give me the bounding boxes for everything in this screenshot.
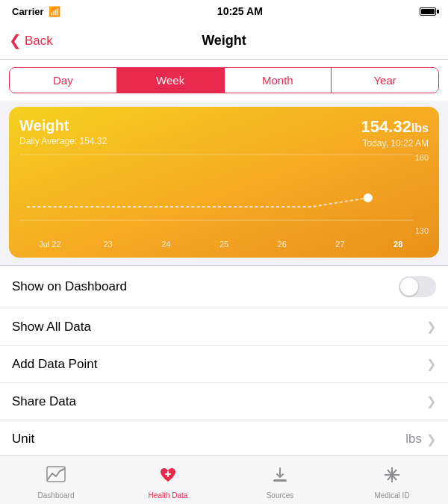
chevron-right-icon-3: ❯ <box>426 394 436 408</box>
chart-x-labels: Jul 22 23 24 25 26 27 28 <box>19 240 429 249</box>
chevron-right-icon-4: ❯ <box>426 432 436 447</box>
tab-year[interactable]: Year <box>332 68 438 93</box>
tab-month[interactable]: Month <box>225 68 332 93</box>
show-all-data-item[interactable]: Show All Data ❯ <box>0 308 448 346</box>
list-section: Show on Dashboard Show All Data ❯ Add Da… <box>0 265 448 458</box>
x-label-3: 25 <box>195 240 253 249</box>
health-data-icon <box>158 466 178 488</box>
back-label: Back <box>25 34 53 49</box>
carrier-label: Carrier <box>12 6 44 17</box>
segment-container: Day Week Month Year <box>0 60 448 101</box>
unit-right: lbs ❯ <box>405 432 436 447</box>
chart-value: 154.32lbs <box>361 117 429 137</box>
tab-medical-id-label: Medical ID <box>374 491 409 500</box>
x-label-6: 28 <box>369 240 427 249</box>
chart-title: Weight <box>19 117 107 134</box>
battery-icon <box>420 7 436 16</box>
unit-label: Unit <box>12 432 34 447</box>
add-data-point-item[interactable]: Add Data Point ❯ <box>0 346 448 383</box>
wifi-icon: 📶 <box>49 6 60 17</box>
tab-sources[interactable]: Sources <box>224 461 336 500</box>
chart-time: Today, 10:22 AM <box>361 138 429 149</box>
chevron-right-icon: ❯ <box>426 320 436 334</box>
tab-bar: Dashboard Health Data Sources <box>0 455 448 504</box>
show-all-data-label: Show All Data <box>12 320 91 335</box>
tab-dashboard[interactable]: Dashboard <box>0 461 112 500</box>
chevron-right-icon-2: ❯ <box>426 357 436 371</box>
unit-value: lbs <box>405 432 422 447</box>
dashboard-icon <box>46 466 66 488</box>
medical-id-icon <box>382 466 402 488</box>
show-dashboard-item: Show on Dashboard <box>0 266 448 308</box>
chart-y-label-130: 130 <box>415 226 429 235</box>
tab-sources-label: Sources <box>267 491 294 500</box>
tab-health-data[interactable]: Health Data <box>112 461 224 500</box>
svg-rect-3 <box>47 467 65 482</box>
svg-rect-5 <box>167 471 169 477</box>
chart-header-left: Weight Daily Average: 154.32 <box>19 117 107 146</box>
share-data-right: ❯ <box>426 394 436 408</box>
sources-icon <box>270 466 290 488</box>
show-dashboard-toggle[interactable] <box>399 276 436 297</box>
x-label-4: 26 <box>253 240 311 249</box>
x-label-5: 27 <box>311 240 370 249</box>
chart-daily-avg: Daily Average: 154.32 <box>19 136 107 146</box>
back-button[interactable]: ❮ Back <box>9 34 53 49</box>
add-data-point-right: ❯ <box>426 357 436 371</box>
chart-header: Weight Daily Average: 154.32 154.32lbs T… <box>19 117 429 149</box>
chart-svg <box>19 153 429 235</box>
tab-medical-id[interactable]: Medical ID <box>336 461 448 500</box>
chart-card: Weight Daily Average: 154.32 154.32lbs T… <box>9 107 439 258</box>
tab-health-data-label: Health Data <box>149 491 188 500</box>
unit-item[interactable]: Unit lbs ❯ <box>0 420 448 458</box>
share-data-item[interactable]: Share Data ❯ <box>0 383 448 420</box>
page-title: Weight <box>202 33 246 49</box>
add-data-point-label: Add Data Point <box>12 357 97 372</box>
chart-header-right: 154.32lbs Today, 10:22 AM <box>361 117 429 149</box>
x-label-1: 23 <box>79 240 137 249</box>
show-dashboard-label: Show on Dashboard <box>12 279 127 294</box>
status-time: 10:25 AM <box>217 5 263 17</box>
segment-control: Day Week Month Year <box>9 67 439 93</box>
status-right <box>420 7 436 16</box>
svg-rect-6 <box>273 479 287 482</box>
toggle-knob <box>400 278 418 296</box>
share-data-label: Share Data <box>12 394 76 409</box>
chart-area: 180 130 Jul 22 23 24 25 26 27 28 <box>19 153 429 250</box>
show-all-data-right: ❯ <box>426 320 436 334</box>
x-label-0: Jul 22 <box>21 240 79 249</box>
tab-day[interactable]: Day <box>10 68 117 93</box>
status-bar: Carrier 📶 10:25 AM <box>0 0 448 22</box>
x-label-2: 24 <box>137 240 195 249</box>
status-left: Carrier 📶 <box>12 6 60 17</box>
tab-dashboard-label: Dashboard <box>38 491 75 500</box>
nav-bar: ❮ Back Weight <box>0 22 448 60</box>
chevron-left-icon: ❮ <box>9 33 22 48</box>
tab-week[interactable]: Week <box>117 68 225 93</box>
chart-y-label-180: 180 <box>415 153 429 162</box>
svg-point-2 <box>364 194 372 202</box>
